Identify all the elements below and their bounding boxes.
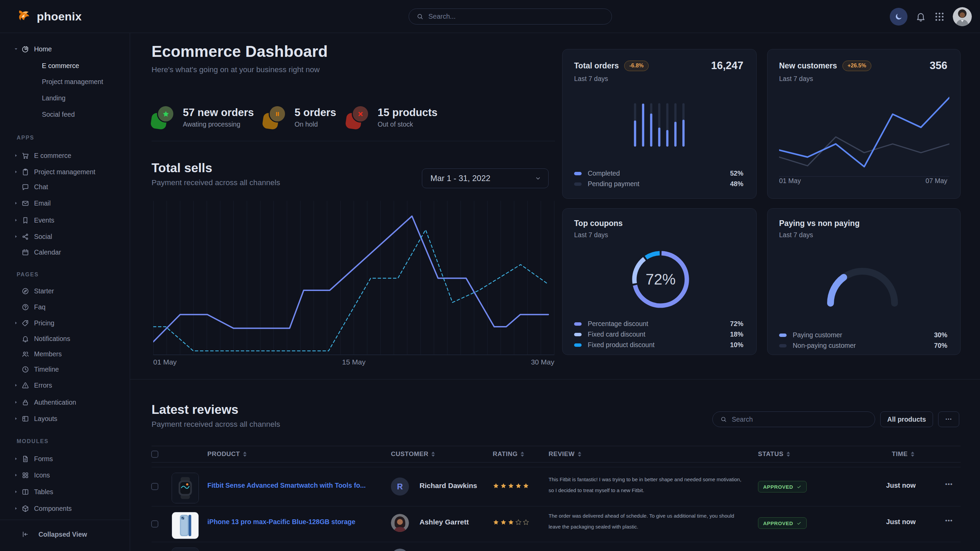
- latest-reviews-subtitle: Payment received across all channels: [151, 420, 280, 429]
- customer-avatar[interactable]: R: [391, 478, 409, 495]
- sidebar-item-label: Faq: [34, 303, 46, 311]
- main-content: Ecommerce Dashboard Here's what's going …: [130, 33, 980, 551]
- column-header-product[interactable]: PRODUCT: [207, 449, 247, 459]
- sidebar-item-label: Social: [34, 233, 52, 241]
- sidebar-item-tables[interactable]: Tables: [0, 484, 130, 500]
- all-products-button[interactable]: All products: [880, 411, 933, 427]
- sidebar-item-forms[interactable]: Forms: [0, 451, 130, 467]
- sidebar-item-calendar[interactable]: Calendar: [0, 244, 130, 260]
- table-header-border: [151, 462, 961, 462]
- product-image-iphone[interactable]: [172, 512, 199, 539]
- column-header-time[interactable]: TIME: [892, 449, 914, 459]
- sidebar-item-pricing[interactable]: Pricing: [0, 315, 130, 331]
- paying-legend: Paying customer 30% Non-paying customer …: [779, 330, 947, 351]
- reviews-more-button[interactable]: ...: [938, 411, 959, 427]
- users-icon: [21, 350, 29, 358]
- sidebar-item-social[interactable]: Social: [0, 229, 130, 245]
- warning-triangle-icon: [21, 381, 29, 389]
- sidebar-item-chat[interactable]: Chat: [0, 179, 130, 195]
- customer-avatar[interactable]: [391, 549, 409, 551]
- sidebar-item-label: Pricing: [34, 319, 54, 327]
- row-checkbox[interactable]: [151, 520, 158, 527]
- column-header-review[interactable]: REVIEW: [549, 449, 581, 459]
- lock-icon: [21, 399, 29, 407]
- x-tick: 15 May: [153, 358, 554, 366]
- brand[interactable]: phoenix: [17, 0, 82, 33]
- sidebar-item-label: Calendar: [34, 248, 61, 256]
- table-header-border: [151, 446, 961, 446]
- customer-name: Ashley Garrett: [420, 518, 469, 526]
- date-range-select[interactable]: Mar 1 - 31, 2022: [422, 168, 549, 188]
- card-period: Last 7 days: [574, 75, 743, 83]
- legend-label: Paying customer: [793, 331, 842, 339]
- notifications-button[interactable]: [915, 11, 926, 22]
- sidebar-item-starter[interactable]: Starter: [0, 283, 130, 299]
- card-period: Last 7 days: [779, 231, 947, 239]
- product-image[interactable]: [172, 548, 199, 551]
- page-header: Ecommerce Dashboard Here's what's going …: [151, 42, 328, 74]
- product-link[interactable]: iPhone 13 pro max-Pacific Blue-128GB sto…: [207, 518, 355, 526]
- top-coupons-chart: 72%: [630, 249, 691, 310]
- column-header-customer[interactable]: CUSTOMER: [391, 449, 435, 459]
- collapsed-view-toggle[interactable]: Collapsed View: [21, 526, 87, 543]
- sidebar-item-layouts[interactable]: Layouts: [0, 410, 130, 427]
- top-coupons-card: Top coupons Last 7 days 72% Percentage d…: [562, 208, 757, 355]
- legend-swatch: [574, 343, 582, 347]
- sidebar-item-faq[interactable]: Faq: [0, 299, 130, 315]
- sidebar-item-events[interactable]: Events: [0, 212, 130, 229]
- row-checkbox[interactable]: [151, 483, 158, 490]
- x-tick: 01 May: [779, 177, 801, 185]
- collapsed-view-label: Collapsed View: [38, 530, 87, 538]
- sidebar-item-social-feed[interactable]: Social feed: [42, 106, 75, 122]
- sidebar-item-authentication[interactable]: Authentication: [0, 394, 130, 410]
- sidebar-item-errors[interactable]: Errors: [0, 377, 130, 394]
- card-period: Last 7 days: [779, 75, 947, 83]
- reviews-search-input[interactable]: [732, 416, 871, 423]
- sidebar-item-landing[interactable]: Landing: [42, 90, 65, 106]
- top-navbar: phoenix: [0, 0, 980, 33]
- sidebar-item-label: Members: [34, 350, 62, 358]
- apps-grid-button[interactable]: [934, 11, 945, 22]
- global-search-input[interactable]: [428, 13, 608, 21]
- global-search[interactable]: [409, 8, 612, 24]
- legend-label: Fixed product discount: [588, 341, 654, 349]
- sidebar-item-members[interactable]: Members: [0, 346, 130, 362]
- chevron-down-icon: [535, 175, 541, 182]
- product-image-fitbit[interactable]: [172, 473, 199, 503]
- table-row-divider: [151, 506, 961, 507]
- sidebar-item-email[interactable]: Email: [0, 195, 130, 211]
- sidebar-item-project-management[interactable]: Project management: [42, 74, 103, 90]
- sidebar-item-apps-project-management[interactable]: Project management: [0, 164, 130, 180]
- sidebar-item-e-commerce[interactable]: E commerce: [42, 57, 79, 74]
- legend-value: 30%: [934, 331, 947, 339]
- user-avatar[interactable]: [953, 7, 972, 26]
- select-all-checkbox[interactable]: [151, 451, 158, 458]
- customer-avatar[interactable]: [391, 514, 409, 532]
- share-nodes-icon: [21, 233, 29, 241]
- x-tick: 30 May: [531, 358, 554, 366]
- column-header-rating[interactable]: RATING: [493, 449, 524, 459]
- sidebar-section-modules: MODULES: [17, 438, 49, 445]
- column-header-status[interactable]: STATUS: [758, 449, 790, 459]
- sidebar-item-apps-e-commerce[interactable]: E commerce: [0, 148, 130, 164]
- sidebar-item-home[interactable]: Home: [0, 41, 130, 57]
- product-link[interactable]: Fitbit Sense Advanced Smartwatch with To…: [207, 481, 366, 489]
- sidebar-item-icons[interactable]: Icons: [0, 467, 130, 483]
- sidebar-item-components[interactable]: Components: [0, 500, 130, 517]
- theme-toggle-button[interactable]: [890, 8, 907, 25]
- reviews-search[interactable]: [712, 411, 875, 427]
- pause-icon: [274, 110, 281, 118]
- caret-right-icon: [14, 489, 18, 494]
- total-sells-title: Total sells: [151, 161, 280, 175]
- sidebar-item-notifications[interactable]: Notifications: [0, 330, 130, 347]
- row-actions-button[interactable]: •••: [939, 481, 959, 488]
- caret-right-icon: [14, 473, 18, 478]
- x-tick: 07 May: [926, 177, 947, 185]
- navbar-actions: [890, 0, 980, 33]
- phoenix-logo-icon: [17, 9, 32, 24]
- customer-avatar-image: [391, 514, 409, 532]
- stat-value: 5 orders: [294, 106, 336, 119]
- collapse-icon: [21, 530, 29, 538]
- row-actions-button[interactable]: •••: [939, 517, 959, 524]
- sidebar-item-timeline[interactable]: Timeline: [0, 361, 130, 378]
